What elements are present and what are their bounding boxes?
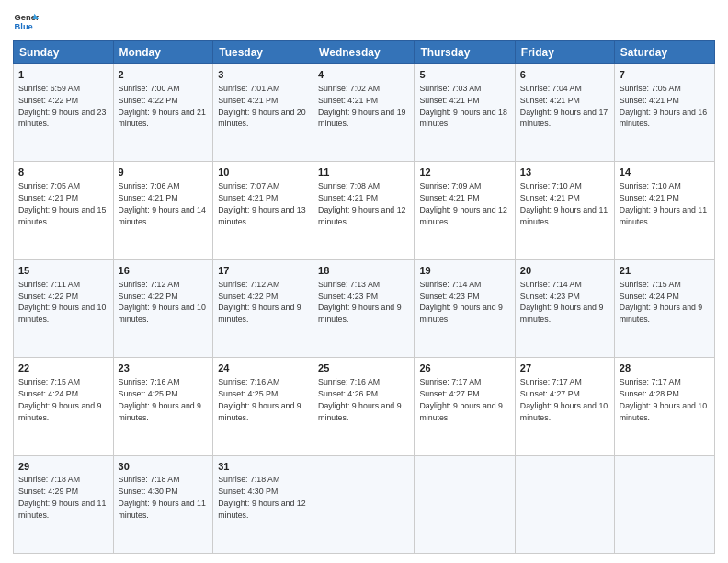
header-cell-thursday: Thursday xyxy=(415,41,515,64)
day-detail: Sunrise: 7:03 AMSunset: 4:21 PMDaylight:… xyxy=(419,84,506,129)
calendar-cell: 26Sunrise: 7:17 AMSunset: 4:27 PMDayligh… xyxy=(415,358,515,455)
calendar-cell: 24Sunrise: 7:16 AMSunset: 4:25 PMDayligh… xyxy=(213,358,313,455)
day-detail: Sunrise: 7:13 AMSunset: 4:23 PMDaylight:… xyxy=(318,280,401,325)
header-cell-wednesday: Wednesday xyxy=(313,41,415,64)
calendar-cell: 18Sunrise: 7:13 AMSunset: 4:23 PMDayligh… xyxy=(313,259,415,357)
calendar-cell: 6Sunrise: 7:04 AMSunset: 4:21 PMDaylight… xyxy=(515,64,614,162)
calendar-cell: 25Sunrise: 7:16 AMSunset: 4:26 PMDayligh… xyxy=(313,358,415,455)
calendar-cell xyxy=(415,455,515,553)
calendar-cell xyxy=(313,455,415,553)
day-detail: Sunrise: 7:14 AMSunset: 4:23 PMDaylight:… xyxy=(520,280,603,325)
day-detail: Sunrise: 6:59 AMSunset: 4:22 PMDaylight:… xyxy=(18,84,106,129)
day-detail: Sunrise: 7:12 AMSunset: 4:22 PMDaylight:… xyxy=(218,280,301,325)
day-detail: Sunrise: 7:18 AMSunset: 4:30 PMDaylight:… xyxy=(218,475,305,520)
calendar-cell: 7Sunrise: 7:05 AMSunset: 4:21 PMDaylight… xyxy=(614,64,714,162)
calendar-cell: 8Sunrise: 7:05 AMSunset: 4:21 PMDaylight… xyxy=(14,162,114,259)
calendar-cell: 3Sunrise: 7:01 AMSunset: 4:21 PMDaylight… xyxy=(213,64,313,162)
day-number: 10 xyxy=(218,166,308,179)
day-detail: Sunrise: 7:02 AMSunset: 4:21 PMDaylight:… xyxy=(318,84,405,129)
header-cell-saturday: Saturday xyxy=(614,41,714,64)
calendar-cell: 21Sunrise: 7:15 AMSunset: 4:24 PMDayligh… xyxy=(614,259,714,357)
calendar-cell xyxy=(614,455,714,553)
week-row-1: 1Sunrise: 6:59 AMSunset: 4:22 PMDaylight… xyxy=(14,64,715,162)
day-number: 7 xyxy=(620,68,710,82)
calendar-cell: 16Sunrise: 7:12 AMSunset: 4:22 PMDayligh… xyxy=(113,259,213,357)
calendar-cell: 2Sunrise: 7:00 AMSunset: 4:22 PMDaylight… xyxy=(113,64,213,162)
day-detail: Sunrise: 7:04 AMSunset: 4:21 PMDaylight:… xyxy=(520,84,608,129)
calendar-cell: 5Sunrise: 7:03 AMSunset: 4:21 PMDaylight… xyxy=(415,64,515,162)
header-cell-monday: Monday xyxy=(113,41,213,64)
calendar-cell: 19Sunrise: 7:14 AMSunset: 4:23 PMDayligh… xyxy=(415,259,515,357)
day-detail: Sunrise: 7:18 AMSunset: 4:30 PMDaylight:… xyxy=(119,475,206,520)
day-detail: Sunrise: 7:05 AMSunset: 4:21 PMDaylight:… xyxy=(620,84,707,129)
day-detail: Sunrise: 7:15 AMSunset: 4:24 PMDaylight:… xyxy=(620,280,702,325)
day-number: 26 xyxy=(419,362,509,375)
day-detail: Sunrise: 7:09 AMSunset: 4:21 PMDaylight:… xyxy=(419,181,506,226)
calendar-cell: 31Sunrise: 7:18 AMSunset: 4:30 PMDayligh… xyxy=(213,455,313,553)
day-detail: Sunrise: 7:08 AMSunset: 4:21 PMDaylight:… xyxy=(318,181,405,226)
day-number: 31 xyxy=(218,460,308,474)
day-number: 29 xyxy=(18,460,108,474)
calendar-cell: 4Sunrise: 7:02 AMSunset: 4:21 PMDaylight… xyxy=(313,64,415,162)
calendar-cell: 10Sunrise: 7:07 AMSunset: 4:21 PMDayligh… xyxy=(213,162,313,259)
day-detail: Sunrise: 7:07 AMSunset: 4:21 PMDaylight:… xyxy=(218,181,305,226)
day-number: 1 xyxy=(18,68,108,82)
day-number: 28 xyxy=(620,362,710,375)
day-detail: Sunrise: 7:16 AMSunset: 4:26 PMDaylight:… xyxy=(318,377,401,422)
calendar-body: 1Sunrise: 6:59 AMSunset: 4:22 PMDaylight… xyxy=(14,64,715,554)
day-detail: Sunrise: 7:11 AMSunset: 4:22 PMDaylight:… xyxy=(18,280,106,325)
day-number: 20 xyxy=(520,264,609,278)
day-number: 5 xyxy=(419,68,509,82)
day-number: 12 xyxy=(419,166,509,179)
calendar-cell xyxy=(515,455,614,553)
day-number: 3 xyxy=(218,68,308,82)
calendar-cell: 28Sunrise: 7:17 AMSunset: 4:28 PMDayligh… xyxy=(614,358,714,455)
day-number: 13 xyxy=(520,166,609,179)
calendar-cell: 1Sunrise: 6:59 AMSunset: 4:22 PMDaylight… xyxy=(14,64,114,162)
day-detail: Sunrise: 7:16 AMSunset: 4:25 PMDaylight:… xyxy=(218,377,301,422)
header-cell-friday: Friday xyxy=(515,41,614,64)
week-row-2: 8Sunrise: 7:05 AMSunset: 4:21 PMDaylight… xyxy=(14,162,715,259)
day-number: 27 xyxy=(520,362,609,375)
day-number: 17 xyxy=(218,264,308,278)
calendar-cell: 14Sunrise: 7:10 AMSunset: 4:21 PMDayligh… xyxy=(614,162,714,259)
header-row: SundayMondayTuesdayWednesdayThursdayFrid… xyxy=(14,41,715,64)
calendar-cell: 11Sunrise: 7:08 AMSunset: 4:21 PMDayligh… xyxy=(313,162,415,259)
header: General Blue xyxy=(13,9,715,35)
day-number: 23 xyxy=(119,362,209,375)
day-number: 19 xyxy=(419,264,509,278)
day-number: 11 xyxy=(318,166,409,179)
day-detail: Sunrise: 7:01 AMSunset: 4:21 PMDaylight:… xyxy=(218,84,305,129)
calendar-cell: 12Sunrise: 7:09 AMSunset: 4:21 PMDayligh… xyxy=(415,162,515,259)
calendar-cell: 9Sunrise: 7:06 AMSunset: 4:21 PMDaylight… xyxy=(113,162,213,259)
day-number: 24 xyxy=(218,362,308,375)
day-detail: Sunrise: 7:12 AMSunset: 4:22 PMDaylight:… xyxy=(119,280,206,325)
calendar-cell: 22Sunrise: 7:15 AMSunset: 4:24 PMDayligh… xyxy=(14,358,114,455)
day-detail: Sunrise: 7:17 AMSunset: 4:27 PMDaylight:… xyxy=(419,377,502,422)
day-number: 14 xyxy=(620,166,710,179)
day-detail: Sunrise: 7:17 AMSunset: 4:27 PMDaylight:… xyxy=(520,377,608,422)
day-detail: Sunrise: 7:10 AMSunset: 4:21 PMDaylight:… xyxy=(520,181,608,226)
calendar-cell: 23Sunrise: 7:16 AMSunset: 4:25 PMDayligh… xyxy=(113,358,213,455)
logo-icon: General Blue xyxy=(13,9,39,35)
day-number: 15 xyxy=(18,264,108,278)
day-detail: Sunrise: 7:16 AMSunset: 4:25 PMDaylight:… xyxy=(119,377,201,422)
page: General Blue SundayMondayTuesdayWednesda… xyxy=(0,0,728,563)
day-detail: Sunrise: 7:00 AMSunset: 4:22 PMDaylight:… xyxy=(119,84,206,129)
header-cell-tuesday: Tuesday xyxy=(213,41,313,64)
calendar-cell: 15Sunrise: 7:11 AMSunset: 4:22 PMDayligh… xyxy=(14,259,114,357)
day-detail: Sunrise: 7:15 AMSunset: 4:24 PMDaylight:… xyxy=(18,377,101,422)
day-number: 30 xyxy=(119,460,209,474)
day-number: 18 xyxy=(318,264,409,278)
day-number: 9 xyxy=(119,166,209,179)
svg-text:Blue: Blue xyxy=(15,22,33,31)
week-row-5: 29Sunrise: 7:18 AMSunset: 4:29 PMDayligh… xyxy=(14,455,715,553)
calendar-table: SundayMondayTuesdayWednesdayThursdayFrid… xyxy=(13,40,715,554)
calendar-cell: 20Sunrise: 7:14 AMSunset: 4:23 PMDayligh… xyxy=(515,259,614,357)
week-row-3: 15Sunrise: 7:11 AMSunset: 4:22 PMDayligh… xyxy=(14,259,715,357)
calendar-header: SundayMondayTuesdayWednesdayThursdayFrid… xyxy=(14,41,715,64)
day-number: 16 xyxy=(119,264,209,278)
calendar-cell: 17Sunrise: 7:12 AMSunset: 4:22 PMDayligh… xyxy=(213,259,313,357)
day-number: 22 xyxy=(18,362,108,375)
day-detail: Sunrise: 7:10 AMSunset: 4:21 PMDaylight:… xyxy=(620,181,707,226)
